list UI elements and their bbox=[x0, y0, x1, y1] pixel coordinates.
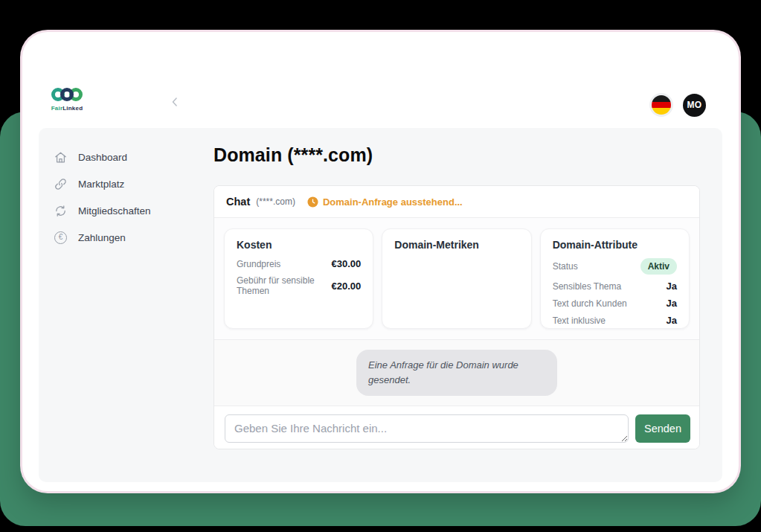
domain-attribute-card: Domain-Attribute Status Aktiv Sensibles … bbox=[540, 228, 690, 329]
german-flag-icon bbox=[652, 95, 671, 115]
language-selector[interactable] bbox=[649, 93, 673, 117]
euro-icon: € bbox=[54, 231, 68, 245]
brand-name-linked: Linked bbox=[62, 105, 83, 112]
content-panel: Dashboard Marktplatz Mitgliedschaften bbox=[39, 128, 722, 482]
header-right: MO bbox=[649, 93, 706, 117]
back-button[interactable] bbox=[166, 93, 184, 111]
status-badge: Aktiv bbox=[640, 258, 677, 275]
sidebar-item-label: Dashboard bbox=[78, 152, 127, 163]
refresh-icon bbox=[54, 204, 68, 218]
row-value: Ja bbox=[667, 298, 677, 309]
logo-ring-navy-icon bbox=[60, 88, 74, 101]
row-value: Ja bbox=[667, 281, 677, 292]
chat-messages: Eine Anfrage für die Domain wurde gesend… bbox=[214, 339, 699, 406]
message-input[interactable] bbox=[225, 414, 629, 443]
card-row: Text durch Kunden Ja bbox=[553, 298, 677, 309]
logo-rings-icon bbox=[45, 86, 89, 103]
chat-subtitle: (****.com) bbox=[256, 196, 295, 207]
row-label: Status bbox=[553, 261, 578, 272]
sidebar-item-label: Marktplatz bbox=[78, 179, 124, 190]
sidebar-item-label: Zahlungen bbox=[78, 232, 126, 243]
system-message-bubble: Eine Anfrage für die Domain wurde gesend… bbox=[356, 350, 557, 396]
card-title: Domain-Metriken bbox=[394, 239, 518, 251]
card-row: Gebühr für sensible Themen €20.00 bbox=[237, 275, 361, 296]
sidebar-item-label: Mitgliedschaften bbox=[78, 205, 151, 217]
card-row: Grundpreis €30.00 bbox=[237, 258, 361, 269]
home-icon bbox=[54, 150, 68, 164]
sidebar: Dashboard Marktplatz Mitgliedschaften bbox=[54, 149, 206, 246]
domain-metriken-card: Domain-Metriken bbox=[382, 228, 531, 329]
page-title: Domain (****.com) bbox=[213, 144, 700, 166]
chat-input-row: Senden bbox=[214, 406, 699, 449]
row-label: Gebühr für sensible Themen bbox=[237, 275, 332, 296]
chat-status-text: Domain-Anfrage ausstehend... bbox=[323, 196, 463, 208]
clock-icon bbox=[307, 196, 318, 208]
row-label: Text durch Kunden bbox=[553, 298, 627, 309]
row-label: Grundpreis bbox=[237, 259, 280, 269]
sidebar-item-dashboard[interactable]: Dashboard bbox=[54, 149, 206, 165]
card-row: Text inklusive Ja bbox=[553, 315, 677, 326]
brand-name-fair: Fair bbox=[51, 105, 62, 112]
chat-header: Chat (****.com) Domain-Anfrage ausstehen… bbox=[214, 186, 699, 218]
info-cards-row: Kosten Grundpreis €30.00 Gebühr für sens… bbox=[214, 218, 699, 339]
kosten-card: Kosten Grundpreis €30.00 Gebühr für sens… bbox=[224, 228, 373, 329]
card-row: Status Aktiv bbox=[553, 258, 677, 275]
sidebar-item-marktplatz[interactable]: Marktplatz bbox=[54, 176, 206, 192]
row-value: €30.00 bbox=[332, 258, 362, 269]
sidebar-item-zahlungen[interactable]: € Zahlungen bbox=[54, 229, 206, 246]
row-value: Ja bbox=[667, 315, 677, 326]
brand-name: FairLinked bbox=[45, 105, 89, 112]
chat-title: Chat bbox=[226, 196, 250, 208]
app-window: FairLinked MO Dashboard bbox=[22, 32, 739, 491]
euro-circle-icon: € bbox=[54, 231, 67, 244]
row-value: €20.00 bbox=[332, 281, 362, 292]
row-label: Text inklusive bbox=[553, 315, 606, 326]
main-content: Domain (****.com) Chat (****.com) Domain… bbox=[213, 128, 700, 449]
brand-logo[interactable]: FairLinked bbox=[45, 86, 89, 112]
row-label: Sensibles Thema bbox=[553, 281, 622, 292]
send-button[interactable]: Senden bbox=[635, 414, 690, 443]
sidebar-item-mitgliedschaften[interactable]: Mitgliedschaften bbox=[54, 202, 206, 219]
chat-status: Domain-Anfrage ausstehend... bbox=[307, 196, 463, 208]
card-row: Sensibles Thema Ja bbox=[553, 281, 677, 292]
chevron-left-icon bbox=[167, 94, 182, 109]
stage: FairLinked MO Dashboard bbox=[0, 0, 761, 532]
link-icon bbox=[54, 177, 68, 191]
user-avatar[interactable]: MO bbox=[683, 94, 706, 117]
card-title: Domain-Attribute bbox=[553, 239, 677, 251]
chat-card: Chat (****.com) Domain-Anfrage ausstehen… bbox=[213, 185, 700, 449]
card-title: Kosten bbox=[237, 239, 361, 251]
euro-glyph: € bbox=[59, 234, 63, 241]
